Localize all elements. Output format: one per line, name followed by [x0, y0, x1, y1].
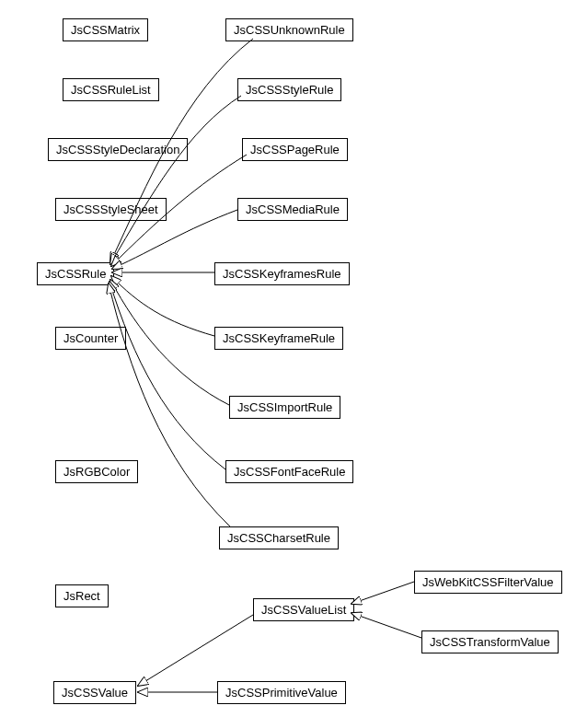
- node-jscssrulelist: JsCSSRuleList: [63, 78, 159, 101]
- node-jscssprimitivevalue: JsCSSPrimitiveValue: [217, 681, 346, 704]
- node-jscssvalue: JsCSSValue: [53, 681, 136, 704]
- node-jsrect: JsRect: [55, 584, 109, 607]
- node-jscssimportrule: JsCSSImportRule: [229, 396, 340, 419]
- node-jswebkitcssfiltervalue: JsWebKitCSSFilterValue: [414, 571, 562, 594]
- node-jscsstransformvalue: JsCSSTransformValue: [421, 630, 559, 653]
- node-jsrgbcolor: JsRGBColor: [55, 460, 138, 483]
- node-jscssstyledeclaration: JsCSSStyleDeclaration: [48, 138, 188, 161]
- node-jscssunknownrule: JsCSSUnknownRule: [225, 18, 353, 41]
- node-jscssmatrix: JsCSSMatrix: [63, 18, 148, 41]
- node-jscsskeyframerule: JsCSSKeyframeRule: [214, 327, 343, 350]
- node-jscssstylesheet: JsCSSStyleSheet: [55, 198, 167, 221]
- node-jscsskeyframesrule: JsCSSKeyframesRule: [214, 262, 350, 285]
- node-jscssrule: JsCSSRule: [37, 262, 114, 285]
- node-jscounter: JsCounter: [55, 327, 126, 350]
- node-jscssmediarule: JsCSSMediaRule: [237, 198, 348, 221]
- node-jscssfontfacerule: JsCSSFontFaceRule: [225, 460, 353, 483]
- diagram-canvas: JsCSSMatrix JsCSSUnknownRule JsCSSRuleLi…: [0, 0, 588, 717]
- node-jscsspagerule: JsCSSPageRule: [242, 138, 348, 161]
- node-jscssvaluelist: JsCSSValueList: [253, 598, 354, 621]
- node-jscsscharsetrule: JsCSSCharsetRule: [219, 526, 339, 549]
- node-jscssstylerule: JsCSSStyleRule: [237, 78, 341, 101]
